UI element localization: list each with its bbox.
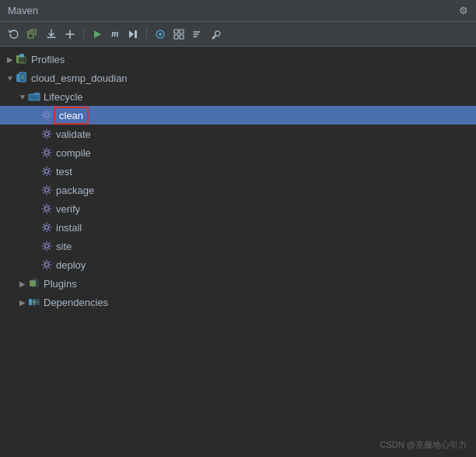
svg-point-5: [159, 33, 162, 36]
footer-watermark: CSDN @克服地心引力: [380, 439, 467, 451]
tree-label-package: package: [56, 185, 94, 196]
tree-item-clean[interactable]: clean: [0, 106, 476, 125]
tree-item-profiles[interactable]: Profiles: [0, 50, 476, 69]
svg-rect-8: [174, 35, 178, 39]
svg-point-27: [45, 226, 49, 230]
tree-item-cloud-esmp[interactable]: cloud_esmp_doudian: [0, 69, 476, 87]
tree-label-verify: verify: [56, 203, 80, 215]
sort-icon[interactable]: [190, 27, 205, 41]
toggle-offline-icon[interactable]: [152, 27, 168, 41]
module-icon: [16, 72, 28, 84]
download-source-icon[interactable]: [44, 27, 59, 41]
tree-label-site: site: [56, 241, 72, 252]
tree-arrow-profiles[interactable]: [5, 54, 16, 65]
tree-arrow-dependencies[interactable]: [17, 297, 28, 308]
svg-rect-0: [28, 31, 33, 38]
svg-point-26: [45, 207, 49, 211]
tree-item-site[interactable]: site: [0, 237, 476, 255]
toolbar-separator-1: [83, 28, 84, 40]
tree-item-dependencies[interactable]: Dependencies: [0, 293, 476, 311]
svg-rect-15: [18, 57, 26, 63]
title-bar: Maven ⚙: [0, 0, 476, 22]
tree-item-validate[interactable]: validate: [0, 125, 476, 143]
tree-arrow-plugins[interactable]: [17, 278, 28, 289]
maven-text-icon[interactable]: m: [108, 26, 122, 41]
svg-marker-2: [129, 30, 134, 38]
tree-label-test: test: [56, 166, 72, 178]
toolbar-separator-2: [146, 28, 147, 40]
gear-icon: [40, 202, 53, 215]
svg-point-23: [45, 151, 49, 155]
gear-settings-icon[interactable]: ⚙: [459, 5, 468, 16]
add-icon[interactable]: [62, 27, 78, 41]
tree-label-install: install: [56, 222, 82, 234]
svg-point-29: [45, 263, 49, 267]
tree-label-deploy: deploy: [56, 259, 86, 271]
tree-label-profiles: Profiles: [31, 54, 65, 65]
gear-icon: [40, 109, 53, 121]
svg-rect-3: [135, 30, 137, 38]
tree-label-compile: compile: [56, 147, 91, 159]
refresh-icon[interactable]: [6, 27, 22, 41]
svg-marker-1: [94, 30, 101, 38]
tree-label-plugins: Plugins: [44, 278, 77, 290]
tree-label-clean: clean: [56, 109, 86, 122]
run-icon[interactable]: [89, 27, 105, 41]
tree-item-compile[interactable]: compile: [0, 143, 476, 162]
tree-item-plugins[interactable]: Plugins: [0, 274, 476, 293]
tree-label-lifecycle: Lifecycle: [44, 91, 83, 103]
tree-panel: Profiles cloud_esmp_doudian Lifecycle cl…: [0, 47, 476, 435]
svg-point-21: [45, 114, 49, 118]
dependencies-icon: [28, 296, 40, 308]
gear-icon: [40, 240, 53, 252]
tree-label-validate: validate: [56, 128, 91, 140]
tree-arrow-cloud-esmp[interactable]: [5, 72, 16, 83]
tree-label-dependencies: Dependencies: [44, 297, 108, 308]
svg-rect-6: [174, 30, 178, 33]
svg-point-28: [45, 244, 49, 248]
tree-arrow-lifecycle[interactable]: [17, 91, 28, 102]
gear-icon: [40, 184, 53, 196]
gear-icon: [40, 165, 53, 178]
skip-tests-icon[interactable]: [125, 27, 141, 41]
svg-rect-7: [180, 30, 184, 33]
tree-collapse-icon[interactable]: [171, 27, 187, 41]
svg-point-24: [45, 170, 49, 174]
profiles-icon: [16, 53, 28, 65]
gear-icon: [40, 128, 53, 140]
gear-icon: [40, 258, 53, 271]
gear-icon: [40, 221, 53, 234]
svg-point-25: [45, 188, 49, 192]
wrench-icon[interactable]: [208, 27, 224, 41]
svg-rect-9: [180, 35, 184, 39]
tree-item-verify[interactable]: verify: [0, 199, 476, 218]
tree-item-lifecycle[interactable]: Lifecycle: [0, 87, 476, 106]
tree-label-cloud-esmp: cloud_esmp_doudian: [31, 72, 128, 84]
open-file-icon[interactable]: [25, 27, 40, 41]
tree-item-deploy[interactable]: deploy: [0, 255, 476, 274]
title-bar-label: Maven: [8, 5, 38, 16]
tree-item-install[interactable]: install: [0, 218, 476, 237]
gear-icon: [40, 146, 53, 159]
folder-icon: [28, 90, 40, 103]
tree-item-test[interactable]: test: [0, 162, 476, 181]
toolbar: m: [0, 22, 476, 47]
plugins-icon: [28, 277, 40, 290]
svg-rect-31: [32, 279, 38, 287]
svg-point-22: [45, 132, 49, 136]
tree-item-package[interactable]: package: [0, 181, 476, 199]
